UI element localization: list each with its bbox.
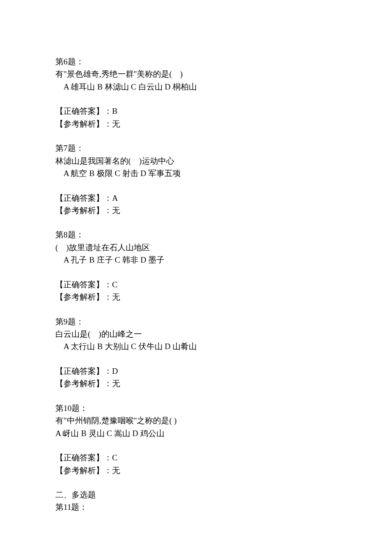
question-header: 第6题： xyxy=(55,55,337,68)
question-header: 第8题： xyxy=(55,228,337,241)
answer-block: 【正确答案】：C 【参考解析】：无 xyxy=(55,451,337,477)
correct-answer: 【正确答案】：C xyxy=(55,451,337,464)
question-options: A 雄耳山 B 林滤山 C 白云山 D 桐柏山 xyxy=(55,81,337,93)
section-title: 二、多选题 xyxy=(55,489,337,501)
explanation: 【参考解析】：无 xyxy=(55,377,337,390)
question-block: 第10题： 有"中州销阴,楚豫咽喉"之称的是( ) A 岈山 B 灵山 C 嵩山… xyxy=(55,402,337,439)
correct-answer: 【正确答案】：A xyxy=(55,192,337,204)
question-stem: 林滤山是我国著名的( )运动中心 xyxy=(55,155,337,167)
question-stem: 白云山是( )的山峰之一 xyxy=(55,328,337,340)
section-heading: 二、多选题 第11题： xyxy=(55,489,337,514)
explanation: 【参考解析】：无 xyxy=(55,464,337,477)
question-options: A 岈山 B 灵山 C 嵩山 D 鸡公山 xyxy=(55,427,337,439)
question-block: 第7题： 林滤山是我国著名的( )运动中心 A 航空 B 极限 C 射击 D 军… xyxy=(55,142,337,179)
correct-answer: 【正确答案】：D xyxy=(55,365,337,377)
question-block: 第8题： ( )故里遗址在石人山地区 A 孔子 B 庄子 C 韩非 D 墨子 xyxy=(55,228,337,266)
document-page: 第6题： 有"景色雄奇,秀绝一群"美称的是( ) A 雄耳山 B 林滤山 C 白… xyxy=(0,0,392,548)
explanation: 【参考解析】：无 xyxy=(55,118,337,130)
question-header: 第7题： xyxy=(55,142,337,154)
answer-block: 【正确答案】：B 【参考解析】：无 xyxy=(55,105,337,130)
question-block: 第9题： 白云山是( )的山峰之一 A 太行山 B 大别山 C 伏牛山 D 山肴… xyxy=(55,315,337,353)
question-block: 第6题： 有"景色雄奇,秀绝一群"美称的是( ) A 雄耳山 B 林滤山 C 白… xyxy=(55,55,337,93)
question-header: 第11题： xyxy=(55,501,337,513)
answer-block: 【正确答案】：A 【参考解析】：无 xyxy=(55,192,337,217)
explanation: 【参考解析】：无 xyxy=(55,291,337,303)
correct-answer: 【正确答案】：C xyxy=(55,278,337,291)
question-stem: 有"景色雄奇,秀绝一群"美称的是( ) xyxy=(55,68,337,80)
question-header: 第9题： xyxy=(55,315,337,328)
question-options: A 航空 B 极限 C 射击 D 军事五项 xyxy=(55,167,337,179)
question-stem: 有"中州销阴,楚豫咽喉"之称的是( ) xyxy=(55,414,337,427)
answer-block: 【正确答案】：C 【参考解析】：无 xyxy=(55,278,337,304)
explanation: 【参考解析】：无 xyxy=(55,204,337,217)
question-options: A 太行山 B 大别山 C 伏牛山 D 山肴山 xyxy=(55,340,337,353)
correct-answer: 【正确答案】：B xyxy=(55,105,337,117)
question-options: A 孔子 B 庄子 C 韩非 D 墨子 xyxy=(55,254,337,266)
question-stem: ( )故里遗址在石人山地区 xyxy=(55,241,337,254)
question-header: 第10题： xyxy=(55,402,337,414)
answer-block: 【正确答案】：D 【参考解析】：无 xyxy=(55,365,337,390)
